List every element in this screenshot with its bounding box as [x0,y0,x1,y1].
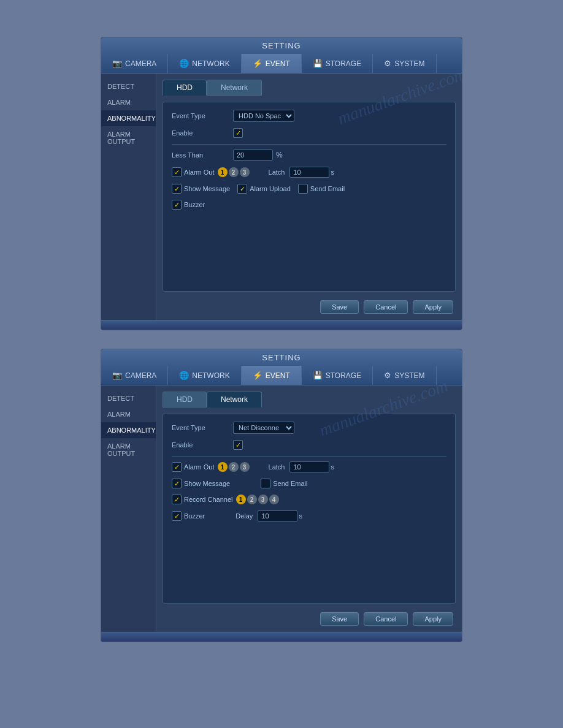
enable-row-2: Enable [172,440,446,450]
show-message-checkbox[interactable] [172,184,182,194]
event2-icon: ⚡ [253,371,262,380]
send-email-checkbox[interactable] [298,184,308,194]
alarm2-num-1[interactable]: 1 [218,462,228,472]
sidebar-alarm-output[interactable]: ALARM OUTPUT [101,126,156,150]
system2-icon: ⚙ [384,371,391,380]
event-type-row-2: Event Type Net Disconne [172,422,446,434]
alarm-num-2[interactable]: 2 [229,167,239,177]
apply-button-2[interactable]: Apply [413,612,453,626]
nav-network[interactable]: 🌐 NETWORK [168,54,241,73]
tab-network[interactable]: Network [207,80,262,96]
record-channel-label: Record Channel [184,496,233,503]
enable-label: Enable [172,129,233,137]
sidebar-alarm[interactable]: ALARM [101,94,156,110]
record-channel-checkbox[interactable] [172,495,182,504]
event-type-dropdown[interactable]: HDD No Spac [233,110,294,122]
alarm-out-row-2: Alarm Out 1 2 3 Latch s [172,461,446,472]
latch-input[interactable] [289,167,329,178]
alarm-out-checkbox-2[interactable] [172,462,182,472]
network-icon: 🌐 [179,59,189,68]
sidebar2-abnormality[interactable]: ABNORMALITY [101,422,156,438]
tab2-hdd[interactable]: HDD [163,392,207,408]
less-than-control: % [233,150,283,161]
buzzer-delay-row: Buzzer Delay s [172,510,446,521]
storage2-icon: 💾 [313,371,323,380]
save-button-2[interactable]: Save [320,612,359,626]
storage-icon: 💾 [313,59,323,68]
sidebar-detect[interactable]: DETECT [101,78,156,94]
latch-seconds: s [331,169,334,176]
send-email-checkbox-2[interactable] [261,479,270,488]
save-button-1[interactable]: Save [320,300,359,314]
nav2-network[interactable]: 🌐 NETWORK [168,366,241,385]
alarm-upload-checkbox[interactable] [237,184,247,194]
event-type-label-2: Event Type [172,424,233,431]
show-message-label-2: Show Message [184,480,230,487]
delay-input[interactable] [258,510,297,521]
panel2-footer: Save Cancel Apply [163,612,456,626]
panel2-nav: 📷 CAMERA 🌐 NETWORK ⚡ EVENT 💾 STORAGE ⚙ S… [101,366,462,385]
alarm-num-3[interactable]: 3 [240,167,250,177]
system-icon: ⚙ [384,59,391,68]
rec-num-2[interactable]: 2 [247,495,257,504]
message-row: Show Message Alarm Upload Send Email [172,184,446,194]
panel2-content: DETECT ALARM ABNORMALITY ALARM OUTPUT HD… [101,385,462,632]
network2-icon: 🌐 [179,371,189,380]
send-email-label: Send Email [310,185,345,192]
event-type-dropdown-2[interactable]: Net Disconne [233,422,294,434]
nav2-camera[interactable]: 📷 CAMERA [101,366,168,385]
nav2-system[interactable]: ⚙ SYSTEM [373,366,436,385]
latch-seconds-2: s [331,463,334,471]
panel-2: manualarchive.com SETTING 📷 CAMERA 🌐 NET… [101,349,462,642]
cancel-button-1[interactable]: Cancel [364,300,408,314]
tab-hdd[interactable]: HDD [163,80,207,96]
nav-system[interactable]: ⚙ SYSTEM [373,54,436,73]
sidebar2-alarm[interactable]: ALARM [101,406,156,422]
show-message-checkbox-2[interactable] [172,479,182,488]
divider-1 [172,144,446,145]
nav2-storage[interactable]: 💾 STORAGE [302,366,373,385]
delay-seconds: s [299,512,302,520]
show-message-label: Show Message [184,185,230,192]
rec-num-4[interactable]: 4 [269,495,279,504]
nav-event[interactable]: ⚡ EVENT [242,54,302,73]
divider-2 [172,456,446,457]
panel1-title: SETTING [101,37,462,54]
rec-num-1[interactable]: 1 [236,495,246,504]
tab2-network[interactable]: Network [207,392,262,408]
buzzer-checkbox[interactable] [172,200,182,210]
buzzer-row: Buzzer [172,200,446,210]
panel2-sidebar: DETECT ALARM ABNORMALITY ALARM OUTPUT [101,385,156,632]
nav-storage[interactable]: 💾 STORAGE [302,54,373,73]
sidebar2-detect[interactable]: DETECT [101,390,156,406]
less-than-row: Less Than % [172,150,446,161]
nav2-event[interactable]: ⚡ EVENT [242,366,302,385]
buzzer-label-2: Buzzer [184,512,205,520]
cancel-button-2[interactable]: Cancel [364,612,408,626]
enable-checkbox-2[interactable] [233,440,243,450]
delay-label: Delay [236,512,253,520]
event-type-label: Event Type [172,112,233,119]
alarm-out-row: Alarm Out 1 2 3 Latch s [172,167,446,178]
sidebar-abnormality[interactable]: ABNORMALITY [101,110,156,126]
apply-button-1[interactable]: Apply [413,300,453,314]
nav-camera[interactable]: 📷 CAMERA [101,54,168,73]
alarm-num-1[interactable]: 1 [218,167,228,177]
buzzer-checkbox-2[interactable] [172,511,182,521]
event-type-control: HDD No Spac [233,110,294,122]
less-than-label: Less Than [172,151,233,159]
sidebar2-alarm-output[interactable]: ALARM OUTPUT [101,438,156,461]
alarm-out-label-2: Alarm Out [184,463,215,471]
panel1-content: DETECT ALARM ABNORMALITY ALARM OUTPUT HD… [101,74,462,320]
alarm2-num-2[interactable]: 2 [229,462,239,472]
rec-num-3[interactable]: 3 [258,495,268,504]
alarm2-num-3[interactable]: 3 [240,462,250,472]
enable-checkbox[interactable] [233,128,243,138]
show-message-row-2: Show Message Send Email [172,479,446,488]
latch-input-2[interactable] [289,461,329,472]
panel1-main: HDD Network Event Type HDD No Spac Enabl… [156,74,462,320]
less-than-input[interactable] [233,150,273,161]
latch-label-2: Latch [269,463,285,471]
alarm-out-label: Alarm Out [184,169,215,176]
alarm-out-checkbox[interactable] [172,167,182,177]
